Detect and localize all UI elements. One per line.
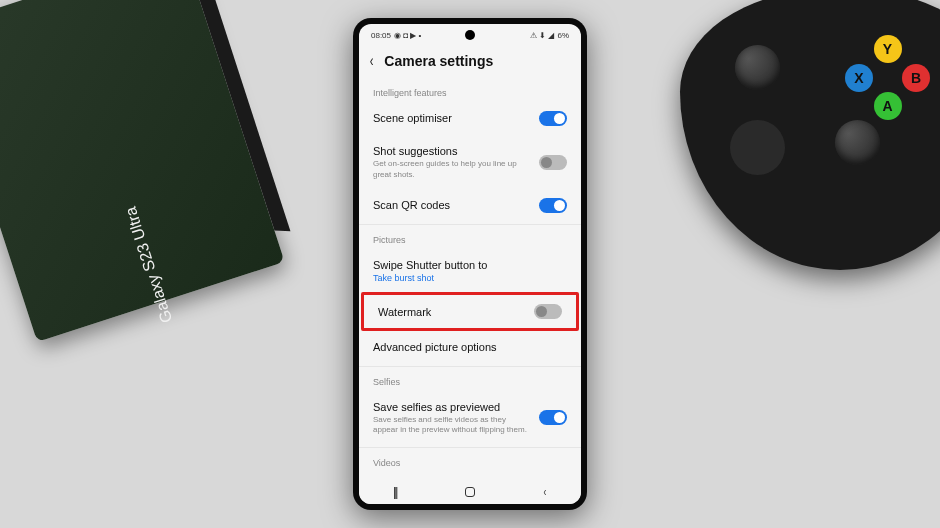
setting-subtitle: Save selfies and selfie videos as they a… xyxy=(373,415,531,436)
nav-recent-button[interactable]: ||| xyxy=(393,485,396,499)
camera-punch-hole xyxy=(465,30,475,40)
box-side xyxy=(188,0,290,231)
section-pictures: Pictures xyxy=(359,227,581,249)
back-button[interactable]: ‹ xyxy=(370,52,374,70)
setting-save-selfies[interactable]: Save selfies as previewed Save selfies a… xyxy=(359,391,581,445)
divider xyxy=(359,224,581,225)
controller-right-stick xyxy=(835,120,880,165)
setting-watermark[interactable]: Watermark xyxy=(364,295,576,328)
save-selfies-toggle[interactable] xyxy=(539,410,567,425)
setting-title: Scan QR codes xyxy=(373,198,531,212)
controller-left-stick xyxy=(735,45,780,90)
page-title: Camera settings xyxy=(384,53,493,69)
page-header: ‹ Camera settings xyxy=(359,44,581,80)
section-intelligent-features: Intelligent features xyxy=(359,80,581,102)
status-left: 08:05 ◉ ◘ ▶ • xyxy=(371,31,421,40)
setting-title: Save selfies as previewed xyxy=(373,400,531,414)
section-videos: Videos xyxy=(359,450,581,472)
setting-shot-suggestions[interactable]: Shot suggestions Get on-screen guides to… xyxy=(359,135,581,189)
setting-scan-qr[interactable]: Scan QR codes xyxy=(359,189,581,222)
phone-screen: 08:05 ◉ ◘ ▶ • ⚠ ⬇ ◢ 6% ‹ Camera settings… xyxy=(359,24,581,504)
scene-optimiser-toggle[interactable] xyxy=(539,111,567,126)
setting-scene-optimiser[interactable]: Scene optimiser xyxy=(359,102,581,135)
setting-value-link: Take burst shot xyxy=(373,273,559,283)
setting-swipe-shutter[interactable]: Swipe Shutter button to Take burst shot xyxy=(359,249,581,292)
setting-title: Scene optimiser xyxy=(373,111,531,125)
controller-a-button: A xyxy=(874,92,902,120)
divider xyxy=(359,447,581,448)
setting-advanced-picture[interactable]: Advanced picture options xyxy=(359,331,581,363)
nav-home-button[interactable] xyxy=(465,487,475,497)
controller-dpad xyxy=(730,120,785,175)
status-battery-percent: 6% xyxy=(557,31,569,40)
controller-x-button: X xyxy=(845,64,873,92)
status-time: 08:05 xyxy=(371,31,391,40)
highlight-annotation: Watermark xyxy=(361,292,579,331)
setting-title: Watermark xyxy=(378,305,526,319)
status-notification-icons: ◉ ◘ ▶ • xyxy=(394,31,421,40)
controller-b-button: B xyxy=(902,64,930,92)
setting-title: Swipe Shutter button to xyxy=(373,258,559,272)
scan-qr-toggle[interactable] xyxy=(539,198,567,213)
phone-device: 08:05 ◉ ◘ ▶ • ⚠ ⬇ ◢ 6% ‹ Camera settings… xyxy=(353,18,587,510)
watermark-toggle[interactable] xyxy=(534,304,562,319)
setting-title: Advanced picture options xyxy=(373,340,559,354)
divider xyxy=(359,366,581,367)
setting-subtitle: Get on-screen guides to help you line up… xyxy=(373,159,531,180)
setting-title: Shot suggestions xyxy=(373,144,531,158)
shot-suggestions-toggle[interactable] xyxy=(539,155,567,170)
controller-y-button: Y xyxy=(874,35,902,63)
section-selfies: Selfies xyxy=(359,369,581,391)
status-right: ⚠ ⬇ ◢ 6% xyxy=(530,31,569,40)
box-label: Galaxy S23 Ultra xyxy=(122,205,176,326)
product-box: Galaxy S23 Ultra xyxy=(0,0,285,342)
nav-back-button[interactable]: ‹ xyxy=(543,485,546,499)
navigation-bar: ||| ‹ xyxy=(359,480,581,504)
controller-face-buttons: Y B A X xyxy=(845,35,930,120)
status-system-icons: ⚠ ⬇ ◢ xyxy=(530,31,554,40)
settings-list[interactable]: Intelligent features Scene optimiser Sho… xyxy=(359,80,581,504)
game-controller: Y B A X xyxy=(680,0,940,270)
